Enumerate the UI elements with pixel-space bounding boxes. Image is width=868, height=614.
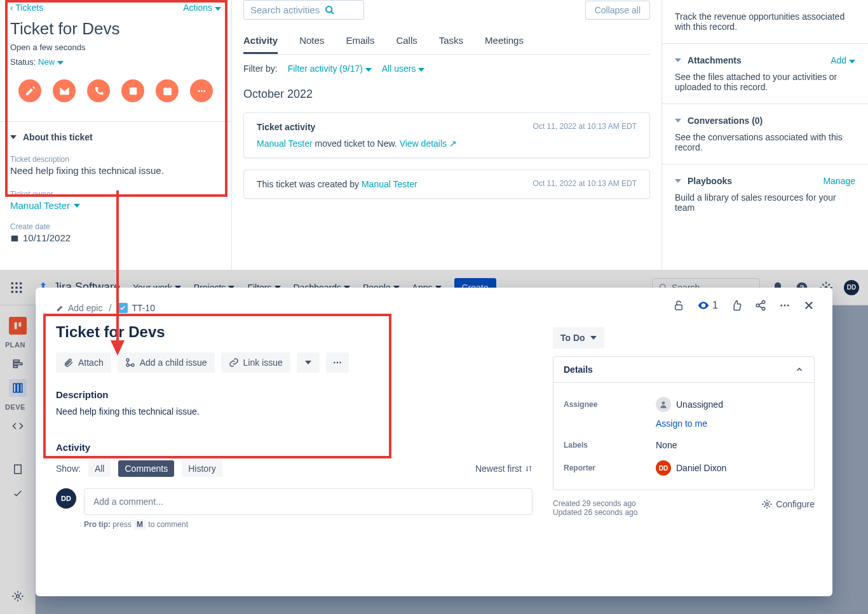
tab-calls[interactable]: Calls [396,29,417,54]
show-label: Show: [56,464,81,474]
add-comment-input[interactable]: Add a comment... [84,488,532,515]
status-dropdown[interactable]: To Do [553,327,604,349]
activity-card-title: Ticket activity [257,122,315,132]
ticket-status[interactable]: Status: New [10,57,221,67]
task-icon-button[interactable] [121,79,144,102]
actions-dropdown[interactable]: Actions [183,3,221,13]
chevron-down-icon [57,61,64,65]
labels-value[interactable]: None [656,440,677,450]
chevron-down-icon [305,361,311,364]
search-activities-input[interactable]: Search activities [243,0,364,20]
description-value[interactable]: Need help fixing this technical issue. [56,406,532,417]
revenue-text: Track the revenue opportunities associat… [675,11,855,32]
back-to-tickets-link[interactable]: ‹ Tickets [10,3,43,13]
svg-rect-21 [18,323,21,327]
issue-title[interactable]: Ticket for Devs [56,323,532,341]
roadmap-icon[interactable] [9,355,27,373]
playbooks-manage-link[interactable]: Manage [823,176,855,186]
tab-notes[interactable]: Notes [299,29,324,54]
playbooks-toggle[interactable]: Playbooks [675,176,732,186]
reporter-label: Reporter [564,464,656,472]
issue-id-link[interactable]: TT-10 [118,303,155,313]
configure-button[interactable]: Configure [762,499,815,509]
ticket-owner-label: Ticket owner [10,190,221,199]
actor-link[interactable]: Manual Tester [257,138,313,149]
chevron-down-icon [215,7,221,11]
gear-icon [762,499,772,509]
link-issue-button[interactable]: Link issue [221,352,290,373]
collapse-all-button[interactable]: Collapse all [585,1,650,20]
activity-filter-comments[interactable]: Comments [118,460,174,477]
jira-sidebar: PLAN DEVE [0,305,36,614]
vote-icon[interactable] [731,300,742,311]
attachments-add-link[interactable]: Add [831,55,855,65]
chevron-down-icon [365,68,372,72]
assignee-value[interactable]: Unassigned [676,399,723,410]
actor-link[interactable]: Manual Tester [362,179,417,189]
about-ticket-toggle[interactable]: About this ticket [0,122,231,152]
ticket-title: Ticket for Devs [10,19,221,39]
tab-meetings[interactable]: Meetings [485,29,524,54]
view-details-link[interactable]: View details ↗ [400,138,457,149]
close-modal-button[interactable] [803,300,815,311]
playbooks-text: Build a library of sales resources for y… [675,192,855,213]
app-switcher-icon[interactable] [9,280,24,295]
email-icon-button[interactable] [53,79,76,102]
activity-filter-all[interactable]: All [88,460,111,477]
more-actions-button[interactable] [326,352,349,373]
svg-rect-23 [13,363,22,365]
add-epic-button[interactable]: Add epic [56,303,102,313]
meeting-icon-button[interactable] [156,79,179,102]
call-icon-button[interactable] [87,79,110,102]
more-icon-button[interactable] [190,79,213,102]
note-icon-button[interactable] [18,79,41,102]
jira-issue-modal: Add epic / TT-10 Ticket for Devs Attach … [36,288,832,596]
sort-newest-first[interactable]: Newest first [475,464,532,474]
svg-rect-1 [163,88,172,95]
pages-icon[interactable] [9,460,27,478]
svg-rect-13 [11,291,13,293]
chevron-down-icon [418,68,424,72]
svg-rect-7 [11,282,13,284]
all-users-dropdown[interactable]: All users [382,63,425,74]
svg-rect-26 [17,384,19,392]
assignee-label: Assignee [564,400,656,409]
assign-to-me-link[interactable]: Assign to me [564,417,804,435]
code-icon[interactable] [9,417,27,435]
filter-by-label: Filter by: [243,63,278,74]
add-child-issue-button[interactable]: Add a child issue [118,352,215,373]
activity-filter-history[interactable]: History [182,460,222,477]
svg-rect-20 [14,323,17,330]
reporter-avatar: DD [656,460,671,476]
details-toggle[interactable]: Details [553,357,814,383]
project-icon[interactable] [9,317,27,335]
link-issue-dropdown[interactable] [297,352,320,373]
svg-point-42 [787,305,789,307]
tab-tasks[interactable]: Tasks [439,29,463,54]
tab-activity[interactable]: Activity [243,29,278,54]
filter-activity-dropdown[interactable]: Filter activity (9/17) [288,63,372,74]
lock-icon[interactable] [673,300,684,311]
chevron-down-icon [675,119,681,123]
reporter-value[interactable]: Daniel Dixon [676,463,726,473]
project-settings-icon[interactable] [9,587,27,605]
ticket-owner-value[interactable]: Manual Tester [10,200,221,211]
pencil-icon [56,304,65,312]
attachments-toggle[interactable]: Attachments [675,55,742,65]
user-avatar[interactable]: DD [844,280,859,295]
more-icon [332,357,342,368]
shortcut-icon[interactable] [9,484,27,502]
svg-point-29 [16,595,19,598]
conversations-toggle[interactable]: Conversations (0) [675,116,763,126]
description-label: Description [56,389,532,400]
board-icon[interactable] [9,379,27,397]
chevron-up-icon [795,365,804,374]
attach-button[interactable]: Attach [56,352,111,373]
svg-rect-27 [20,384,22,392]
ticket-subtitle: Open a few seconds [10,43,221,52]
activity-card-date: Oct 11, 2022 at 10:13 AM EDT [533,179,637,188]
more-actions-icon[interactable] [779,300,790,311]
tab-emails[interactable]: Emails [346,29,374,54]
share-icon[interactable] [755,300,766,311]
watch-icon[interactable]: 1 [697,299,718,312]
